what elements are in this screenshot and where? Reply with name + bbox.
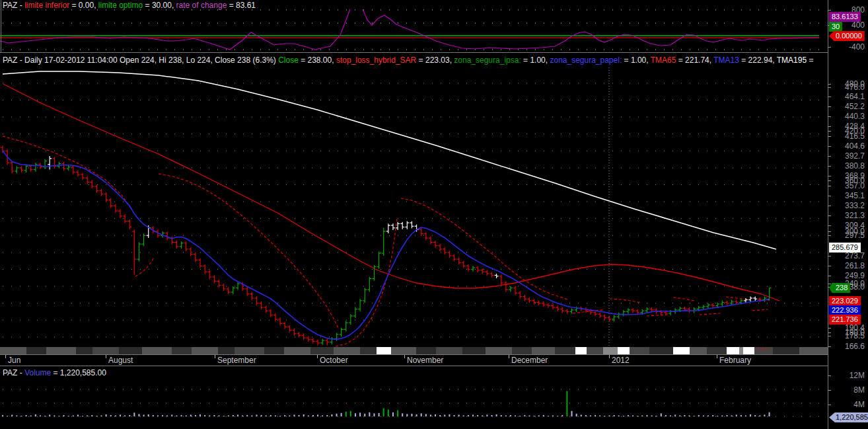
- ohlc-bar: [518, 292, 522, 299]
- ohlc-bar: [100, 189, 104, 196]
- volume-bar: [397, 410, 398, 416]
- ohlc-bar: [189, 247, 193, 256]
- axis-label: 440.3: [830, 112, 865, 120]
- volume-bar: [698, 415, 700, 416]
- volume-bar: [416, 414, 417, 416]
- ohlc-bar: [292, 329, 296, 336]
- sar-end-mark: [766, 348, 767, 350]
- volume-bar: [694, 416, 695, 416]
- axis-label: 178.5: [830, 332, 865, 340]
- ohlc-bar: [377, 252, 381, 269]
- title-segment: TMA195: [777, 56, 807, 65]
- volume-bar: [717, 416, 718, 416]
- ribbon-block: [555, 347, 575, 354]
- ohlc-bar: [438, 244, 442, 251]
- ohlc-bar: [198, 258, 202, 268]
- volume-bar: [463, 415, 464, 416]
- volume-bar: [20, 416, 22, 416]
- title-segment: = 1.00,: [521, 56, 550, 65]
- ribbon-block: [630, 347, 649, 354]
- volume-bar: [528, 415, 530, 416]
- roc-panel-title: PAZ - limite inferior = 0.00, limite opt…: [3, 1, 256, 10]
- ohlc-bar: [109, 198, 113, 208]
- volume-bar: [110, 415, 112, 416]
- ohlc-bar: [452, 254, 456, 261]
- title-segment: zona_segura_papel:: [550, 56, 622, 65]
- volume-bar: [707, 415, 709, 416]
- time-axis[interactable]: JunAugustSeptemberOctoberNovemberDecembe…: [0, 355, 828, 366]
- volume-chart-canvas[interactable]: [0, 378, 828, 429]
- ribbon-block: [0, 347, 26, 354]
- month-label: September: [217, 356, 256, 365]
- title-segment: Volume: [24, 368, 51, 377]
- ohlc-bar: [405, 221, 409, 229]
- volume-bar: [684, 415, 685, 416]
- ohlc-bar: [471, 266, 475, 271]
- ohlc-bar: [231, 286, 235, 294]
- ribbon-block: [575, 347, 587, 354]
- ohlc-bar: [602, 314, 606, 319]
- ohlc-bar: [551, 304, 555, 309]
- ribbon-block: [707, 347, 727, 354]
- volume-bar: [482, 415, 483, 416]
- stop-loss-sar-segment: [752, 309, 768, 311]
- ohlc-bar: [81, 173, 85, 180]
- ribbon-block: [218, 347, 235, 354]
- ribbon-block: [603, 347, 618, 354]
- sar-end-mark: [762, 348, 763, 350]
- title-segment: limite optimo: [98, 1, 143, 10]
- axis-label: 392.7: [830, 152, 865, 160]
- ohlc-bar: [245, 287, 249, 295]
- title-segment: = 83.61: [227, 1, 256, 10]
- ohlc-bar: [236, 282, 240, 290]
- volume-bar: [242, 415, 243, 416]
- volume-bar: [759, 415, 760, 416]
- volume-bar: [326, 415, 328, 416]
- price-axis-gutter[interactable]: 800400-400480.0476.0464.1452.2440.3428.4…: [828, 0, 868, 429]
- ribbon-block: [172, 347, 192, 354]
- ohlc-bar: [212, 275, 216, 283]
- ohlc-bar: [429, 237, 433, 245]
- title-segment: = 222.94,: [739, 56, 777, 65]
- last-value-flag: 0.00000: [829, 31, 865, 41]
- last-value-flag: 221.736: [829, 315, 861, 325]
- volume-bar: [515, 415, 516, 416]
- ohlc-bar: [127, 219, 131, 229]
- ribbon-block: [92, 347, 119, 354]
- axis-label: 297.5: [830, 231, 865, 239]
- volume-bar: [233, 415, 234, 416]
- ohlc-bar: [269, 309, 273, 317]
- volume-bar: [106, 414, 107, 416]
- ohlc-bar: [227, 287, 231, 294]
- ohlc-bar: [194, 253, 198, 262]
- volume-bar: [543, 415, 544, 416]
- volume-bar: [87, 415, 88, 416]
- volume-bar: [345, 412, 347, 416]
- volume-bar: [379, 413, 380, 416]
- ohlc-bar: [489, 272, 493, 277]
- ribbon-block: [532, 347, 555, 354]
- volume-bar: [308, 415, 309, 416]
- ohlc-bar: [174, 241, 178, 249]
- ribbon-block: [436, 347, 462, 354]
- axis-label: 12M: [830, 371, 865, 379]
- ribbon-block: [192, 347, 218, 354]
- volume-bar: [388, 410, 389, 416]
- volume-bar: [213, 415, 215, 416]
- ribbon-block: [486, 347, 512, 354]
- volume-bar: [552, 415, 554, 416]
- roc-chart-canvas[interactable]: [0, 9, 828, 52]
- ohlc-bar: [344, 321, 348, 332]
- axis-label: 8M: [830, 386, 865, 394]
- axis-label: 464.1: [830, 93, 865, 100]
- volume-bar: [162, 415, 163, 416]
- volume-bar: [256, 414, 257, 416]
- main-chart-canvas[interactable]: [0, 66, 828, 355]
- roc-panel-bottom-border: [0, 52, 828, 53]
- volume-bar: [538, 415, 540, 416]
- volume-bar: [186, 415, 187, 416]
- month-label: August: [108, 356, 133, 365]
- volume-bar: [458, 414, 460, 416]
- stop-loss-sar-segment: [726, 297, 747, 299]
- volume-bar: [331, 414, 332, 416]
